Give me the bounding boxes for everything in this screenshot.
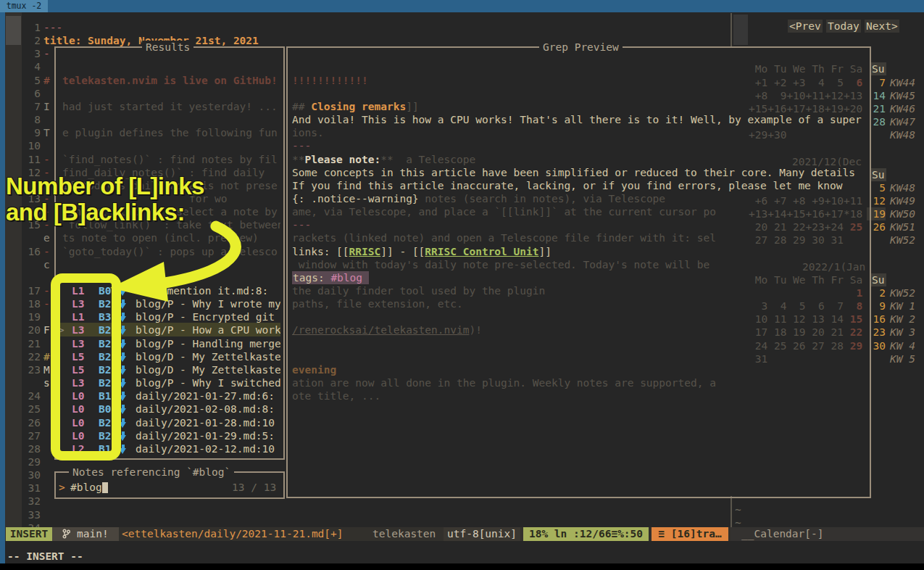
buffer-segment: ≡ [16]tra… — [652, 527, 728, 541]
empty-line-tilde: ~ — [735, 503, 741, 516]
result-filename: blog/P - How a CPU work — [136, 323, 280, 336]
calendar-weekday-sunday: Su — [870, 168, 886, 181]
calendar-week-label: KW 4 — [890, 339, 915, 352]
calendar-week-label: KW 2 — [890, 313, 915, 326]
mode-indicator: INSERT — [6, 527, 52, 541]
result-filename: daily/2021-02-08.md:8: — [136, 402, 275, 416]
annotation-text-line1: Number of [L]inks — [6, 180, 204, 193]
buffer-line-number: 23 — [22, 363, 41, 376]
result-filename: daily/2021-02-12.md:10 — [136, 442, 275, 455]
text-segment: And voila! This is how a CPU works! That… — [292, 114, 862, 125]
filename-segment: <ettelkasten/daily/2021-11-21.md[+] — [122, 527, 344, 541]
calendar-week-label: KW50 — [890, 207, 915, 220]
preview-text-line: paths, file extension, etc. — [292, 297, 463, 310]
calendar-statusline: __Calendar[-] — [731, 527, 924, 541]
git-branch-icon — [62, 529, 70, 539]
buffer-line-number: 21 — [22, 337, 41, 350]
buffer-line-number: 30 — [22, 468, 41, 482]
calendar-prev-button[interactable]: <Prev — [788, 20, 823, 33]
match-counter: 13 / 13 — [232, 481, 276, 494]
search-input[interactable]: #blog — [70, 481, 102, 494]
preview-text-line: **Please note:** a Telescope — [292, 153, 475, 166]
buffer-line-number: 22 — [22, 350, 41, 363]
preview-text-line: tags: #blog — [292, 271, 369, 284]
buffer-line-number: 29 — [22, 455, 41, 468]
calendar-status-label: __Calendar[-] — [741, 527, 824, 541]
buffer-text-fragment: s — [43, 376, 50, 389]
calendar-week-label: KW48 — [890, 128, 915, 141]
text-segment: RRISC Control Unit — [425, 246, 538, 257]
result-filename: blog/P - Why I switched — [136, 376, 280, 389]
text-segment: window with today's daily note pre-selec… — [292, 259, 709, 270]
buffer-line-number: 26 — [22, 416, 41, 429]
text-segment: RRISC — [349, 246, 381, 257]
calendar-week-label: KW45 — [890, 89, 915, 102]
result-filename: blog/D - My Zettelkaste — [136, 350, 280, 363]
calendar-week-label: KW44 — [890, 76, 915, 89]
preview-text-line: ation are now all done in the plugin. We… — [292, 376, 716, 389]
calendar-scroll-block — [733, 15, 748, 45]
text-segment: ## — [292, 101, 311, 112]
mode-message: -- INSERT -- — [7, 550, 83, 563]
buffer-line-number: 24 — [22, 389, 41, 402]
text-segment: notes (search in notes), via Telescope — [419, 193, 665, 205]
preview-text-line: rackets (linked note) and open a Telesco… — [292, 231, 716, 244]
text-segment: evening — [292, 364, 336, 376]
text-segment: paths, file extension, etc. — [292, 298, 463, 310]
calendar-week-label: KW51 — [890, 220, 915, 234]
result-filename: blog/D - My Zettelkaste — [136, 363, 280, 376]
text-segment: ame, via Telescope, and place a `[[link]… — [292, 206, 716, 218]
result-filename: blog/P - Handling merge — [136, 337, 280, 350]
result-filename: daily/2021-01-27.md:6: — [136, 389, 275, 402]
plugin-label: telekasten — [372, 527, 436, 541]
calendar-week-label: KW 3 — [890, 326, 915, 339]
preview-text-line: ions. — [292, 126, 324, 139]
calendar-week-label: KW52 — [890, 234, 915, 247]
text-segment: --- — [292, 219, 311, 231]
position-segment: 18% ln :12/66≡%:50 — [523, 527, 649, 541]
window-separator — [731, 13, 732, 46]
encoding-segment: utf-8[unix] — [444, 527, 520, 541]
text-segment: ]] - [[ — [380, 246, 425, 257]
text-segment: --- — [292, 140, 311, 152]
preview-text-line: --- — [292, 218, 311, 231]
text-segment: !!!!!!!!!!!! — [292, 75, 368, 86]
vim-statusline: INSERT main!<ettelkasten/daily/2021-11-2… — [5, 527, 731, 541]
text-segment: links: [[ — [292, 246, 349, 257]
result-filename: daily/2021-01-28.md:10 — [136, 416, 275, 429]
preview-text-line: /renerocksai/telekasten.nvim)! — [292, 323, 482, 336]
preview-text-line: evening — [292, 363, 336, 376]
window-separator — [731, 496, 732, 527]
text-segment: ** — [292, 154, 304, 165]
buffer-line-number: 25 — [22, 402, 41, 416]
text-segment: {: .notice--warning} — [292, 193, 419, 205]
annotation-text-line2: and [B]acklinks: — [6, 206, 185, 219]
text-cursor — [102, 482, 108, 493]
calendar-week-label: KW 1 — [890, 300, 915, 313]
buffer-line-number: 33 — [22, 508, 41, 521]
preview-text-line: ame, via Telescope, and place a `[[link]… — [292, 205, 716, 218]
text-segment: /renerocksai/telekasten.nvim — [292, 324, 469, 336]
calendar-next-button[interactable]: Next> — [865, 20, 899, 33]
calendar-today-button[interactable]: Today — [826, 20, 861, 33]
text-segment: ote title, ... — [292, 390, 380, 402]
text-segment: ation are now all done in the plugin. We… — [292, 377, 716, 389]
buffer-text-fragment: F — [43, 323, 50, 336]
preview-text-line: ## Closing remarks]] — [292, 100, 419, 113]
preview-text-line: window with today's daily note pre-selec… — [292, 258, 709, 271]
git-branch-segment: main! — [52, 527, 119, 541]
preview-text-line: {: .notice--warning} notes (search in no… — [292, 192, 665, 205]
preview-text-line: the daily finder tool used by the plugin — [292, 284, 545, 297]
text-segment: rackets (linked note) and open a Telesco… — [292, 232, 716, 244]
buffer-line-number: 28 — [22, 442, 41, 455]
calendar-week-label: KW 5 — [890, 352, 915, 365]
text-segment: #blog — [330, 272, 362, 284]
calendar-week-label: KW46 — [890, 102, 915, 115]
prompt-panel-title: Notes referencing `#blog` — [69, 466, 234, 479]
text-segment: )! — [469, 324, 481, 336]
preview-text-line: links: [[RRISC]] - [[RRISC Control Unit]… — [292, 245, 552, 258]
text-segment: the daily finder tool used by the plugin — [292, 285, 545, 297]
text-segment: Some concepts in this article have been … — [292, 167, 855, 178]
calendar-week-label: KW48 — [890, 181, 915, 194]
prompt-caret: > — [59, 481, 65, 494]
